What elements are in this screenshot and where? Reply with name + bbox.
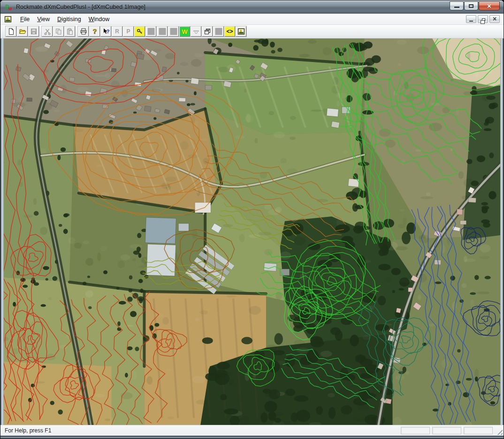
- save-floppy-icon: [30, 28, 38, 35]
- tool-w-button[interactable]: W: [179, 26, 190, 37]
- level-dash-icon: [192, 28, 200, 35]
- printer-icon: [80, 28, 87, 35]
- status-pane-1: [401, 427, 430, 434]
- tool-code-button[interactable]: <>: [224, 26, 235, 37]
- open-folder-icon: [19, 28, 26, 35]
- toolbar: ??RPW<>: [0, 25, 504, 39]
- tool-r-button[interactable]: R: [112, 26, 122, 37]
- window-resize-left[interactable]: [0, 39, 4, 425]
- menu-bar: FileViewDigitisingWindow ×: [0, 14, 504, 25]
- image-document-icon: [237, 28, 245, 35]
- context-help-button[interactable]: ?: [100, 26, 111, 37]
- image-document-icon: [4, 15, 12, 23]
- svg-text:?: ?: [106, 29, 109, 34]
- tool-r-label: R: [115, 29, 119, 34]
- menu-digitising[interactable]: Digitising: [53, 15, 85, 24]
- menu-file[interactable]: File: [16, 15, 33, 24]
- minimize-button[interactable]: [450, 1, 464, 10]
- arrow-question-icon: ?: [102, 28, 110, 35]
- tool-w-label: W: [182, 29, 187, 35]
- open-button[interactable]: [17, 26, 28, 37]
- help-question-icon: ?: [91, 28, 99, 35]
- resize-grip[interactable]: [496, 428, 503, 435]
- tool-blank-3-button[interactable]: [168, 26, 179, 37]
- caption-buttons: ×: [449, 0, 500, 14]
- child-minimize-button[interactable]: [466, 15, 476, 23]
- copy-icon: [55, 28, 62, 35]
- help-button[interactable]: ?: [89, 26, 100, 37]
- app-logo-icon: D M: [5, 3, 13, 11]
- tool-key-button[interactable]: [134, 26, 145, 37]
- menu-view[interactable]: View: [33, 15, 53, 24]
- window-resize-right[interactable]: [500, 39, 504, 425]
- blank-icon: [215, 28, 222, 35]
- app-window: D M Rockmate dXmCubedPlusI - [dXmCubed 1…: [0, 0, 504, 439]
- cascade-windows-icon: [204, 28, 211, 35]
- tool-blank-4-button[interactable]: [213, 26, 224, 37]
- blank-icon: [147, 28, 155, 35]
- tool-p-label: P: [126, 29, 130, 34]
- save-button[interactable]: [28, 26, 39, 37]
- blank-icon: [170, 28, 177, 35]
- scissors-icon: [44, 28, 51, 35]
- client-area: [0, 39, 504, 425]
- map-canvas[interactable]: [4, 39, 500, 425]
- menu-items: FileViewDigitisingWindow: [16, 14, 113, 24]
- tool-image-button[interactable]: [236, 26, 246, 37]
- tool-p-button[interactable]: P: [123, 26, 134, 37]
- title-bar[interactable]: D M Rockmate dXmCubedPlusI - [dXmCubed 1…: [0, 0, 504, 14]
- key-icon: [136, 28, 144, 35]
- new-document-icon: [8, 28, 15, 35]
- paste-icon: [66, 28, 74, 35]
- window-resize-bottom[interactable]: [0, 436, 504, 439]
- status-panes: [401, 427, 493, 434]
- tool-blank-1-button[interactable]: [145, 26, 156, 37]
- blank-icon: [159, 28, 166, 35]
- child-window-buttons: ×: [466, 15, 501, 23]
- status-pane-2: [432, 427, 461, 434]
- new-button[interactable]: [6, 26, 16, 37]
- tool-blank-2-button[interactable]: [157, 26, 168, 37]
- cut-button[interactable]: [42, 26, 53, 37]
- tool-level-button[interactable]: [191, 26, 201, 37]
- child-restore-button[interactable]: [478, 15, 488, 23]
- status-message: For Help, press F1: [5, 427, 51, 434]
- close-button[interactable]: ×: [479, 1, 500, 10]
- window-title: Rockmate dXmCubedPlusI - [dXmCubed 1Imag…: [16, 4, 145, 10]
- status-pane-3: [464, 427, 493, 434]
- maximize-button[interactable]: [464, 1, 478, 10]
- status-bar: For Help, press F1: [0, 425, 504, 436]
- tool-cascade-button[interactable]: [202, 26, 213, 37]
- menu-window[interactable]: Window: [85, 15, 113, 24]
- copy-button[interactable]: [53, 26, 64, 37]
- tool-code-label: <>: [226, 29, 233, 34]
- paste-button[interactable]: [64, 26, 75, 37]
- svg-text:M: M: [8, 7, 12, 11]
- print-button[interactable]: [78, 26, 89, 37]
- svg-text:?: ?: [92, 28, 97, 35]
- child-close-button[interactable]: ×: [489, 15, 500, 23]
